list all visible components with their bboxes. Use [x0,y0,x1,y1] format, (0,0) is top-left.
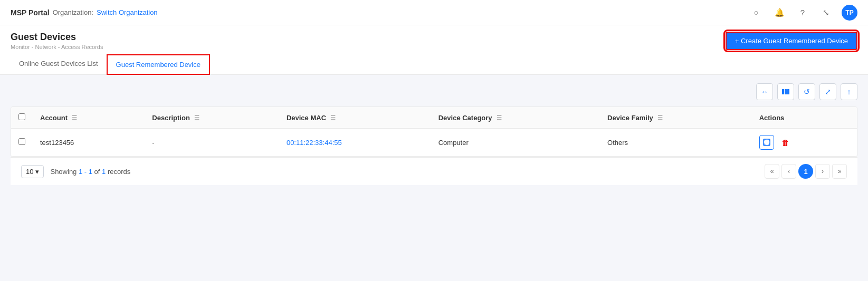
org-label: Organization: [53,8,93,16]
main-content: ↔ ↺ ⤢ ↑ Account ☰ [0,75,868,193]
tabs-container: Online Guest Devices List Guest Remember… [11,54,857,74]
col-device-category: Device Category ☰ [431,107,600,129]
row-actions: 🗑 [752,129,857,157]
tab-online-guest-devices[interactable]: Online Guest Devices List [11,54,107,74]
top-nav-left: MSP Portal Organization: Switch Organiza… [11,8,158,17]
showing-text: Showing 1 - 1 of 1 records [50,168,130,176]
col-account: Account ☰ [33,107,145,129]
refresh-button[interactable]: ↺ [798,83,815,100]
toolbar-row: ↔ ↺ ⤢ ↑ [11,83,857,100]
col-device-family: Device Family ☰ [600,107,752,129]
pagination-row: 10 ▾ Showing 1 - 1 of 1 records « ‹ 1 › … [11,157,857,185]
table-row: test123456 - 00:11:22:33:44:55 Computer … [11,129,857,157]
col-actions: Actions [752,107,857,129]
top-nav: MSP Portal Organization: Switch Organiza… [0,0,868,25]
select-all-checkbox[interactable] [18,113,25,120]
columns-icon [781,88,790,96]
row-device-category: Computer [431,129,600,157]
expand-columns-button[interactable]: ↔ [756,83,773,100]
avatar[interactable]: TP [842,5,857,21]
help-icon[interactable]: ? [795,5,810,20]
top-nav-right: ○ 🔔 ? ⤡ TP [749,5,857,21]
page-controls: « ‹ 1 › » [765,164,847,179]
fullscreen-button[interactable]: ⤢ [819,83,836,100]
create-guest-remembered-device-button[interactable]: + Create Guest Remembered Device [726,32,857,50]
pagination-left: 10 ▾ Showing 1 - 1 of 1 records [21,165,130,178]
row-description: - [145,129,279,157]
col-description: Description ☰ [145,107,279,129]
table-container: Account ☰ Description ☰ Device MAC [11,106,857,157]
device-family-filter-icon[interactable]: ☰ [657,114,663,121]
page-header: Guest Devices Monitor - Network - Access… [0,25,868,75]
columns-button[interactable] [777,83,794,100]
expand-icon[interactable]: ⤡ [818,5,833,20]
page-header-top: Guest Devices Monitor - Network - Access… [11,32,857,50]
current-page-button[interactable]: 1 [798,164,813,179]
col-device-mac: Device MAC ☰ [279,107,431,129]
description-filter-icon[interactable]: ☰ [194,114,199,121]
row-checkbox[interactable] [18,138,25,145]
upload-button[interactable]: ↑ [841,83,857,100]
search-icon[interactable]: ○ [749,5,764,20]
prev-page-button[interactable]: ‹ [781,164,796,179]
page-title: Guest Devices [11,32,103,43]
app-name: MSP Portal [11,8,50,17]
delete-row-button[interactable]: 🗑 [778,135,793,150]
header-checkbox-cell [11,107,33,129]
row-checkbox-cell [11,129,33,157]
device-mac-filter-icon[interactable]: ☰ [330,114,336,121]
tab-guest-remembered-device[interactable]: Guest Remembered Device [107,54,210,75]
row-account: test123456 [33,129,145,157]
expand-row-button[interactable] [759,135,774,150]
switch-org-link[interactable]: Switch Organization [97,8,158,16]
row-device-family: Others [600,129,752,157]
row-device-mac: 00:11:22:33:44:55 [279,129,431,157]
chevron-down-icon: ▾ [35,168,39,176]
row-actions-group: 🗑 [759,135,850,150]
svg-rect-1 [785,89,787,94]
account-filter-icon[interactable]: ☰ [72,114,77,121]
breadcrumb: Monitor - Network - Access Records [11,44,103,50]
bell-icon[interactable]: 🔔 [772,5,787,20]
last-page-button[interactable]: » [832,164,847,179]
device-category-filter-icon[interactable]: ☰ [497,114,502,121]
devices-table: Account ☰ Description ☰ Device MAC [11,107,857,157]
next-page-button[interactable]: › [815,164,830,179]
table-header-row: Account ☰ Description ☰ Device MAC [11,107,857,129]
svg-rect-2 [787,89,789,94]
expand-row-icon [763,139,770,146]
svg-rect-3 [764,139,770,146]
svg-rect-0 [782,89,784,94]
page-title-section: Guest Devices Monitor - Network - Access… [11,32,103,50]
first-page-button[interactable]: « [765,164,779,179]
page-size-value: 10 [26,168,33,176]
page-size-dropdown[interactable]: 10 ▾ [21,165,44,178]
